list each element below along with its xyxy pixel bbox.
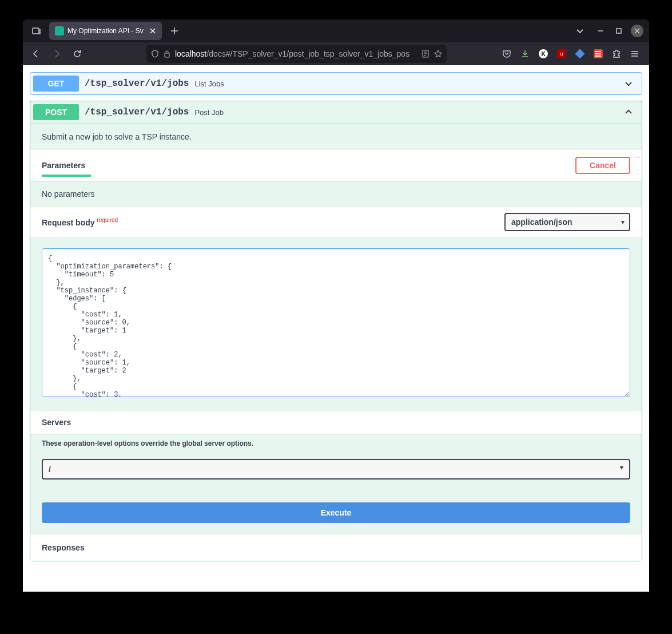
endpoint-get-jobs: GET /tsp_solver/v1/jobs List Jobs [30,72,642,95]
extensions-icon[interactable] [611,49,622,59]
browser-window: My Optimization API - Sv [23,19,649,592]
tab-overview-icon[interactable] [29,23,45,39]
endpoint-path: /tsp_solver/v1/jobs [85,78,189,89]
request-body-textarea[interactable] [42,248,630,397]
cancel-button[interactable]: Cancel [575,157,630,174]
nav-bar: localhost/docs#/TSP_solver_v1/post_job_t… [23,42,649,65]
back-button[interactable] [27,45,45,62]
endpoint-summary-get[interactable]: GET /tsp_solver/v1/jobs List Jobs [30,73,642,94]
tab-close-icon[interactable] [149,27,156,34]
menu-icon[interactable] [630,49,640,59]
endpoint-summary-text: List Jobs [194,80,224,88]
svg-rect-2 [165,53,169,57]
method-badge-get: GET [33,76,79,92]
forward-button[interactable] [48,45,65,62]
bookmark-icon[interactable] [434,50,442,58]
lock-icon [164,50,170,58]
execute-button[interactable]: Execute [42,502,630,523]
servers-header: Servers [30,411,642,434]
servers-note: These operation-level options override t… [30,434,642,453]
favicon-icon [55,26,64,35]
minimize-button[interactable] [594,25,607,37]
responses-title: Responses [30,534,642,561]
endpoint-path: /tsp_solver/v1/jobs [85,107,189,117]
request-body-title: Request body required [42,217,118,227]
url-text: localhost/docs#/TSP_solver_v1/post_job_t… [175,49,417,58]
pocket-icon[interactable] [502,49,512,59]
shield-icon [151,50,159,58]
servers-title: Servers [42,418,71,427]
svg-rect-1 [617,29,621,33]
close-window-button[interactable] [631,25,643,37]
url-bar[interactable]: localhost/docs#/TSP_solver_v1/post_job_t… [146,45,447,63]
new-tab-button[interactable] [166,23,182,39]
endpoint-body: Submit a new job to solve a TSP instance… [30,123,642,561]
k-badge-icon[interactable]: K [538,49,548,59]
tab-bar: My Optimization API - Sv [23,19,649,42]
request-body-header: Request body required application/json [30,207,642,237]
method-badge-post: POST [33,104,79,120]
server-select[interactable]: / [42,459,630,480]
endpoint-summary-text: Post Job [194,108,224,117]
chevron-down-icon [618,79,639,88]
content-type-select[interactable]: application/json [504,213,630,231]
endpoint-post-jobs: POST /tsp_solver/v1/jobs Post Job Submit… [30,101,642,561]
no-parameters-text: No parameters [30,181,642,207]
diamond-icon[interactable] [575,49,585,59]
ublock-icon[interactable]: u [556,49,567,59]
tab-list-button[interactable] [571,22,589,39]
download-icon[interactable] [520,49,530,59]
page-content: GET /tsp_solver/v1/jobs List Jobs POST /… [23,65,649,592]
svg-rect-0 [33,28,39,34]
todoist-icon[interactable] [593,49,603,59]
maximize-button[interactable] [613,25,625,37]
parameters-header: Parameters Cancel [30,150,642,181]
tab-title: My Optimization API - Sv [67,27,144,35]
reload-button[interactable] [69,45,86,62]
browser-tab[interactable]: My Optimization API - Sv [49,22,162,40]
chevron-up-icon [618,108,639,117]
endpoint-summary-post[interactable]: POST /tsp_solver/v1/jobs Post Job [30,101,642,123]
reader-icon[interactable] [422,50,430,58]
endpoint-description: Submit a new job to solve a TSP instance… [30,124,642,150]
parameters-title: Parameters [42,161,85,170]
